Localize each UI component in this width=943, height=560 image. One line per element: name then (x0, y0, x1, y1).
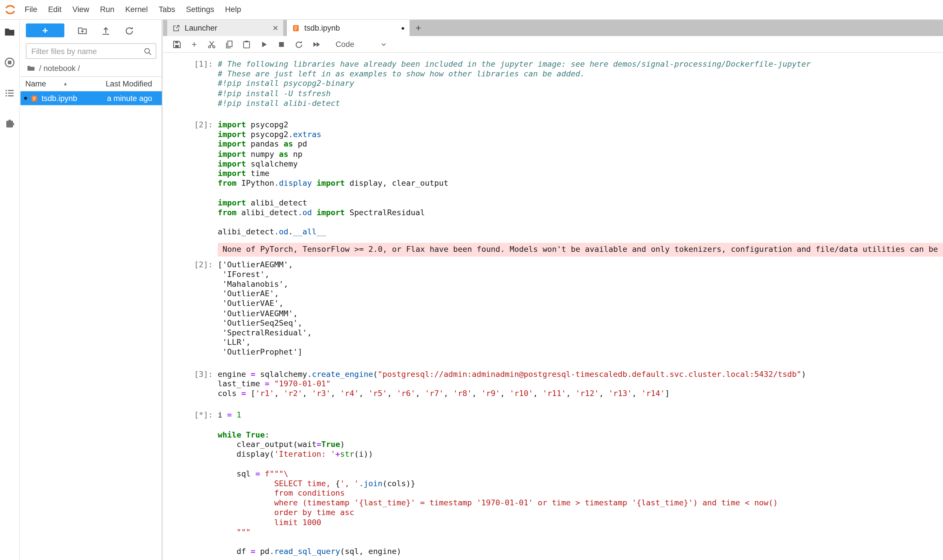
cell-input-area: [1]:# The following libraries have alrea… (167, 60, 943, 108)
output-line: 'Mahalanobis', (218, 280, 312, 289)
menu-kernel[interactable]: Kernel (120, 0, 153, 19)
code-cell: [*]:i = 1 while True: clear_output(wait=… (167, 408, 943, 559)
code-line: # The following libraries have already b… (218, 60, 811, 69)
name-column-label: Name (25, 79, 46, 88)
chevron-down-icon (380, 41, 387, 48)
file-list-header: Name ▲ Last Modified (20, 76, 162, 92)
output-line: 'OutlierVAE', (218, 299, 312, 309)
output-line: 'OutlierSeq2Seq', (218, 318, 312, 328)
code-line: import alibi_detect (218, 198, 448, 208)
cut-cells-button[interactable] (206, 38, 217, 49)
column-header-modified[interactable]: Last Modified (106, 79, 152, 88)
folder-icon (4, 26, 16, 38)
menu-run[interactable]: Run (94, 0, 120, 19)
save-icon (172, 40, 182, 49)
file-name: tsdb.ipynb (42, 94, 104, 103)
new-folder-button[interactable] (77, 25, 88, 36)
output-area: [2]:['OutlierAEGMM', 'IForest', 'Mahalan… (167, 260, 943, 357)
new-launcher-button[interactable]: + (26, 23, 64, 37)
filter-files-input[interactable] (26, 43, 156, 59)
notebook-icon (292, 24, 300, 32)
code-editor[interactable]: i = 1 while True: clear_output(wait=True… (218, 411, 778, 557)
menu-view[interactable]: View (67, 0, 95, 19)
puzzle-icon (4, 118, 16, 130)
output-line: 'OutlierAE', (218, 289, 312, 299)
code-line: display('Iteration: '+str(i)) (218, 449, 778, 459)
sidebar-tab-extension-manager[interactable] (4, 118, 16, 130)
jupyter-logo (4, 3, 17, 16)
refresh-button[interactable] (124, 25, 135, 36)
menu-file[interactable]: File (19, 0, 43, 19)
dock-panel: Launcher ✕ tsdb.ipynb ● + + (163, 20, 943, 560)
code-line: i = 1 (218, 411, 778, 420)
menu-settings[interactable]: Settings (181, 0, 219, 19)
tab-tsdb-notebook[interactable]: tsdb.ipynb ● (287, 20, 409, 36)
cell-type-dropdown[interactable]: Code (336, 40, 387, 49)
breadcrumb[interactable]: / notebook / (20, 59, 162, 76)
menubar: File Edit View Run Kernel Tabs Settings … (0, 0, 943, 20)
sidebar-tab-running-kernels[interactable] (4, 56, 16, 68)
code-line: #!pip install -U tsfresh (218, 89, 811, 98)
restart-run-all-button[interactable] (311, 38, 322, 49)
output-line: 'OutlierVAEGMM', (218, 309, 312, 318)
restart-kernel-button[interactable] (293, 38, 304, 49)
code-line: last_time = "1970-01-01" (218, 379, 806, 389)
menu-help[interactable]: Help (220, 0, 247, 19)
cell-input-area: [*]:i = 1 while True: clear_output(wait=… (167, 411, 943, 557)
code-editor[interactable]: engine = sqlalchemy.create_engine("postg… (218, 369, 806, 398)
code-line: import sqlalchemy (218, 159, 448, 169)
code-line: df = pd.read_sql_query(sql, engine) (218, 547, 778, 557)
code-cell: [2]:import psycopg2import psycopg2.extra… (167, 117, 943, 360)
insert-cell-button[interactable]: + (189, 38, 200, 49)
run-button[interactable] (259, 38, 270, 49)
refresh-icon (124, 25, 135, 36)
code-editor[interactable]: # The following libraries have already b… (218, 60, 811, 108)
file-browser-toolbar: + (20, 20, 162, 40)
copy-cells-button[interactable] (224, 38, 235, 49)
upload-button[interactable] (100, 25, 111, 36)
code-editor[interactable]: import psycopg2import psycopg2.extrasimp… (218, 120, 448, 237)
activity-bar (0, 20, 20, 560)
interrupt-kernel-button[interactable] (276, 38, 287, 49)
menu-list: File Edit View Run Kernel Tabs Settings … (19, 0, 247, 19)
file-browser-panel: + (20, 20, 162, 560)
add-tab-button[interactable]: + (409, 20, 427, 36)
code-line (218, 188, 448, 198)
sidebar-tab-table-of-contents[interactable] (4, 87, 16, 99)
code-line: order by time asc (218, 508, 778, 518)
sidebar-tab-file-browser[interactable] (4, 26, 16, 38)
code-line (218, 537, 778, 547)
output-line: 'LLR', (218, 338, 312, 348)
code-line: import psycopg2 (218, 120, 448, 130)
tab-launcher[interactable]: Launcher ✕ (167, 20, 283, 36)
menu-edit[interactable]: Edit (43, 0, 67, 19)
list-icon (4, 87, 16, 99)
copy-icon (224, 40, 234, 49)
output-prompt: [2]: (167, 260, 218, 270)
fast-forward-icon (312, 40, 321, 49)
notebook-cells: [1]:# The following libraries have alrea… (163, 53, 943, 560)
save-button[interactable] (171, 38, 182, 49)
paste-cells-button[interactable] (241, 38, 252, 49)
run-icon (259, 40, 269, 49)
code-line: engine = sqlalchemy.create_engine("postg… (218, 369, 806, 379)
upload-icon (100, 25, 111, 36)
cell-input-area: [2]:import psycopg2import psycopg2.extra… (167, 120, 943, 237)
menu-tabs[interactable]: Tabs (153, 0, 181, 19)
tab-bar: Launcher ✕ tsdb.ipynb ● + (163, 20, 943, 36)
code-line: from conditions (218, 488, 778, 498)
code-line: alibi_detect.od.__all__ (218, 227, 448, 237)
code-line: from IPython.display import display, cle… (218, 178, 448, 188)
code-line: import time (218, 169, 448, 178)
file-row[interactable]: tsdb.ipynb a minute ago (20, 91, 162, 105)
code-line: """ (218, 528, 778, 537)
filter-files-box (26, 43, 156, 59)
column-header-name[interactable]: Name ▲ (25, 79, 68, 88)
close-icon[interactable]: ✕ (272, 24, 278, 32)
code-line: # These are just left in as examples to … (218, 69, 811, 79)
code-line (218, 459, 778, 469)
notebook-file-icon (30, 94, 39, 102)
restart-icon (294, 40, 304, 49)
breadcrumb-path: / notebook / (39, 64, 80, 73)
code-line: while True: (218, 430, 778, 440)
